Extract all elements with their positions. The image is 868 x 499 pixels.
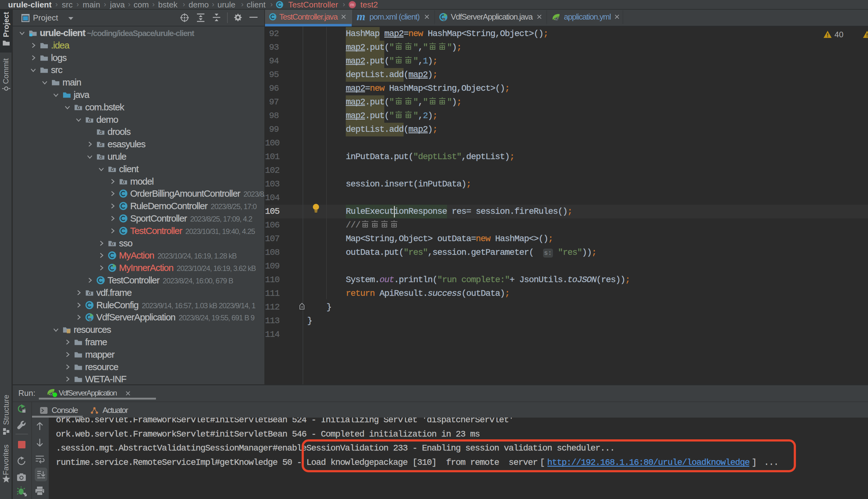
svg-text:m: m	[351, 2, 354, 7]
